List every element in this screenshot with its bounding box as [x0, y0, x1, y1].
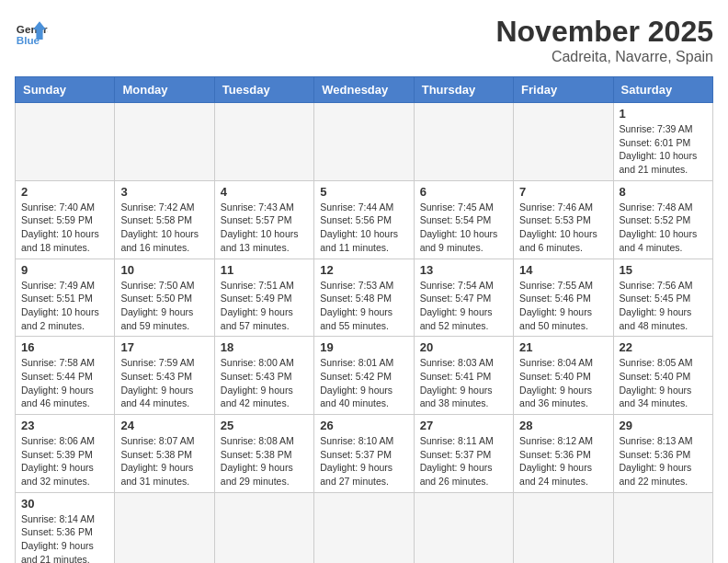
- day-info: Sunrise: 7:58 AM Sunset: 5:44 PM Dayligh…: [21, 356, 108, 410]
- calendar-cell: 26Sunrise: 8:10 AM Sunset: 5:37 PM Dayli…: [314, 415, 414, 493]
- calendar-cell: [613, 492, 712, 563]
- day-number: 22: [620, 340, 707, 354]
- calendar-cell: [115, 492, 214, 563]
- calendar-cell: 14Sunrise: 7:55 AM Sunset: 5:46 PM Dayli…: [514, 259, 613, 337]
- day-number: 17: [120, 340, 208, 354]
- calendar-cell: 29Sunrise: 8:13 AM Sunset: 5:36 PM Dayli…: [613, 415, 712, 493]
- day-number: 12: [320, 263, 407, 277]
- day-number: 27: [420, 419, 507, 432]
- header-day-saturday: Saturday: [613, 77, 712, 103]
- calendar-week-1: 1Sunrise: 7:39 AM Sunset: 6:01 PM Daylig…: [16, 103, 713, 181]
- title-area: November 2025 Cadreita, Navarre, Spain: [495, 15, 713, 65]
- header-day-monday: Monday: [115, 77, 214, 103]
- day-number: 23: [21, 419, 108, 432]
- calendar-cell: 18Sunrise: 8:00 AM Sunset: 5:43 PM Dayli…: [214, 337, 313, 415]
- calendar-cell: [214, 103, 313, 181]
- calendar-cell: 16Sunrise: 7:58 AM Sunset: 5:44 PM Dayli…: [16, 337, 115, 415]
- day-info: Sunrise: 8:04 AM Sunset: 5:40 PM Dayligh…: [519, 356, 607, 410]
- day-number: 16: [21, 340, 108, 354]
- day-info: Sunrise: 7:43 AM Sunset: 5:57 PM Dayligh…: [221, 201, 308, 255]
- day-info: Sunrise: 8:03 AM Sunset: 5:41 PM Dayligh…: [420, 356, 507, 410]
- calendar-cell: [214, 492, 313, 563]
- day-number: 26: [320, 419, 407, 432]
- calendar-cell: 7Sunrise: 7:46 AM Sunset: 5:53 PM Daylig…: [514, 180, 613, 259]
- day-number: 14: [519, 263, 607, 277]
- day-number: 7: [519, 185, 607, 199]
- day-number: 9: [21, 263, 108, 277]
- calendar-cell: [414, 103, 513, 181]
- day-number: 1: [620, 107, 707, 121]
- day-number: 24: [120, 419, 208, 432]
- day-number: 30: [21, 497, 108, 511]
- calendar-cell: 19Sunrise: 8:01 AM Sunset: 5:42 PM Dayli…: [314, 337, 414, 415]
- header-day-thursday: Thursday: [414, 77, 513, 103]
- calendar-cell: 10Sunrise: 7:50 AM Sunset: 5:50 PM Dayli…: [115, 259, 214, 337]
- day-info: Sunrise: 7:54 AM Sunset: 5:47 PM Dayligh…: [420, 279, 507, 333]
- header-day-friday: Friday: [514, 77, 613, 103]
- day-info: Sunrise: 8:06 AM Sunset: 5:39 PM Dayligh…: [21, 434, 108, 488]
- day-number: 25: [221, 419, 308, 432]
- day-info: Sunrise: 7:49 AM Sunset: 5:51 PM Dayligh…: [21, 279, 108, 333]
- calendar-cell: 17Sunrise: 7:59 AM Sunset: 5:43 PM Dayli…: [115, 337, 214, 415]
- day-info: Sunrise: 8:08 AM Sunset: 5:38 PM Dayligh…: [221, 434, 308, 488]
- day-number: 11: [221, 263, 308, 277]
- day-info: Sunrise: 7:46 AM Sunset: 5:53 PM Dayligh…: [519, 201, 607, 255]
- calendar-cell: 4Sunrise: 7:43 AM Sunset: 5:57 PM Daylig…: [214, 180, 313, 259]
- calendar-week-5: 23Sunrise: 8:06 AM Sunset: 5:39 PM Dayli…: [16, 415, 713, 493]
- day-number: 20: [420, 340, 507, 354]
- day-number: 2: [21, 185, 108, 199]
- calendar-week-2: 2Sunrise: 7:40 AM Sunset: 5:59 PM Daylig…: [16, 180, 713, 259]
- calendar-cell: 22Sunrise: 8:05 AM Sunset: 5:40 PM Dayli…: [613, 337, 712, 415]
- day-number: 8: [620, 185, 707, 199]
- calendar-cell: [115, 103, 214, 181]
- day-info: Sunrise: 7:59 AM Sunset: 5:43 PM Dayligh…: [120, 356, 208, 410]
- calendar-cell: 1Sunrise: 7:39 AM Sunset: 6:01 PM Daylig…: [613, 103, 712, 181]
- day-number: 5: [320, 185, 407, 199]
- day-number: 15: [620, 263, 707, 277]
- header-day-sunday: Sunday: [16, 77, 115, 103]
- day-info: Sunrise: 7:50 AM Sunset: 5:50 PM Dayligh…: [120, 279, 208, 333]
- day-number: 6: [420, 185, 507, 199]
- day-info: Sunrise: 8:05 AM Sunset: 5:40 PM Dayligh…: [620, 356, 707, 410]
- day-info: Sunrise: 7:42 AM Sunset: 5:58 PM Dayligh…: [120, 201, 208, 255]
- day-info: Sunrise: 7:40 AM Sunset: 5:59 PM Dayligh…: [21, 201, 108, 255]
- calendar-cell: 25Sunrise: 8:08 AM Sunset: 5:38 PM Dayli…: [214, 415, 313, 493]
- logo: General Blue: [15, 15, 48, 48]
- day-number: 29: [620, 419, 707, 432]
- calendar-cell: 21Sunrise: 8:04 AM Sunset: 5:40 PM Dayli…: [514, 337, 613, 415]
- calendar-cell: 8Sunrise: 7:48 AM Sunset: 5:52 PM Daylig…: [613, 180, 712, 259]
- calendar-cell: 13Sunrise: 7:54 AM Sunset: 5:47 PM Dayli…: [414, 259, 513, 337]
- calendar-cell: [314, 103, 414, 181]
- day-info: Sunrise: 7:51 AM Sunset: 5:49 PM Dayligh…: [221, 279, 308, 333]
- day-info: Sunrise: 7:39 AM Sunset: 6:01 PM Dayligh…: [620, 122, 707, 177]
- day-number: 28: [519, 419, 607, 432]
- day-info: Sunrise: 8:12 AM Sunset: 5:36 PM Dayligh…: [519, 434, 607, 488]
- calendar: SundayMondayTuesdayWednesdayThursdayFrid…: [15, 76, 713, 563]
- day-info: Sunrise: 8:10 AM Sunset: 5:37 PM Dayligh…: [320, 434, 407, 488]
- calendar-cell: 6Sunrise: 7:45 AM Sunset: 5:54 PM Daylig…: [414, 180, 513, 259]
- day-number: 18: [221, 340, 308, 354]
- day-info: Sunrise: 7:53 AM Sunset: 5:48 PM Dayligh…: [320, 279, 407, 333]
- calendar-cell: 20Sunrise: 8:03 AM Sunset: 5:41 PM Dayli…: [414, 337, 513, 415]
- calendar-cell: 27Sunrise: 8:11 AM Sunset: 5:37 PM Dayli…: [414, 415, 513, 493]
- calendar-cell: 28Sunrise: 8:12 AM Sunset: 5:36 PM Dayli…: [514, 415, 613, 493]
- calendar-cell: 23Sunrise: 8:06 AM Sunset: 5:39 PM Dayli…: [16, 415, 115, 493]
- day-number: 21: [519, 340, 607, 354]
- logo-icon: General Blue: [15, 15, 48, 48]
- day-info: Sunrise: 7:45 AM Sunset: 5:54 PM Dayligh…: [420, 201, 507, 255]
- calendar-cell: [16, 103, 115, 181]
- location-title: Cadreita, Navarre, Spain: [495, 49, 713, 65]
- day-info: Sunrise: 8:07 AM Sunset: 5:38 PM Dayligh…: [120, 434, 208, 488]
- day-info: Sunrise: 7:56 AM Sunset: 5:45 PM Dayligh…: [620, 279, 707, 333]
- calendar-cell: 30Sunrise: 8:14 AM Sunset: 5:36 PM Dayli…: [16, 492, 115, 563]
- calendar-week-6: 30Sunrise: 8:14 AM Sunset: 5:36 PM Dayli…: [16, 492, 713, 563]
- day-number: 4: [221, 185, 308, 199]
- day-number: 3: [120, 185, 208, 199]
- day-info: Sunrise: 8:01 AM Sunset: 5:42 PM Dayligh…: [320, 356, 407, 410]
- day-info: Sunrise: 8:00 AM Sunset: 5:43 PM Dayligh…: [221, 356, 308, 410]
- day-info: Sunrise: 7:48 AM Sunset: 5:52 PM Dayligh…: [620, 201, 707, 255]
- calendar-cell: [514, 103, 613, 181]
- day-info: Sunrise: 8:11 AM Sunset: 5:37 PM Dayligh…: [420, 434, 507, 488]
- calendar-cell: 11Sunrise: 7:51 AM Sunset: 5:49 PM Dayli…: [214, 259, 313, 337]
- calendar-cell: 3Sunrise: 7:42 AM Sunset: 5:58 PM Daylig…: [115, 180, 214, 259]
